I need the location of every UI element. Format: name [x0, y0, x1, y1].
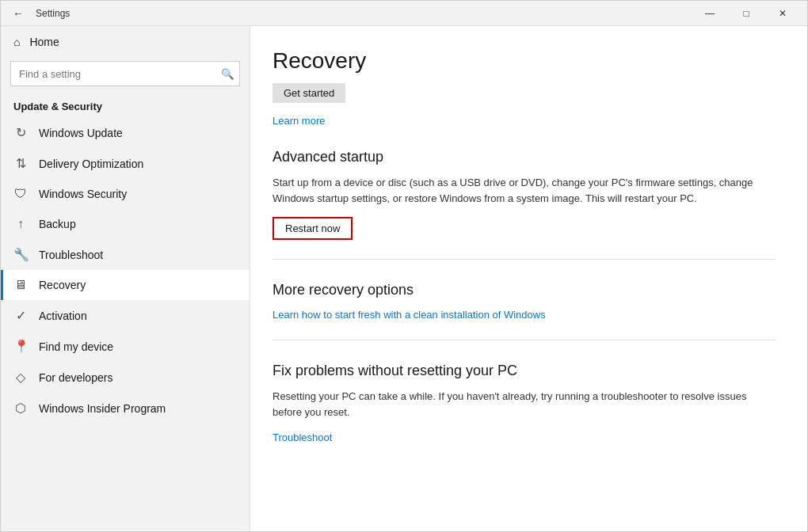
sidebar-item-windows-security[interactable]: 🛡 Windows Security	[1, 179, 250, 209]
sidebar-item-troubleshoot[interactable]: 🔧 Troubleshoot	[1, 239, 250, 270]
sidebar-item-windows-update[interactable]: ↻ Windows Update	[1, 117, 250, 148]
windows-update-icon: ↻	[13, 125, 28, 140]
sidebar-item-home[interactable]: ⌂ Home	[1, 26, 250, 58]
back-button[interactable]: ←	[7, 2, 29, 25]
home-icon: ⌂	[13, 36, 20, 48]
clean-install-link[interactable]: Learn how to start fresh with a clean in…	[273, 309, 546, 321]
sidebar-label-recovery: Recovery	[39, 279, 86, 291]
activation-icon: ✓	[13, 308, 28, 323]
more-recovery-title: More recovery options	[273, 282, 776, 298]
find-device-icon: 📍	[13, 339, 28, 354]
sidebar-label-insider: Windows Insider Program	[39, 402, 166, 415]
sidebar-item-find-my-device[interactable]: 📍 Find my device	[1, 331, 250, 362]
window-title: Settings	[36, 8, 70, 19]
search-container: 🔍	[10, 61, 240, 86]
back-icon: ←	[13, 7, 24, 20]
developers-icon: ◇	[13, 370, 28, 385]
fix-problems-title: Fix problems without resetting your PC	[273, 363, 776, 379]
sidebar-item-windows-insider[interactable]: ⬡ Windows Insider Program	[1, 393, 250, 424]
backup-icon: ↑	[13, 217, 28, 231]
sidebar-label-delivery: Delivery Optimization	[39, 158, 143, 170]
window-controls: — □ ✕	[692, 1, 801, 26]
divider-1	[273, 259, 776, 260]
maximize-button[interactable]: □	[728, 1, 764, 26]
sidebar-label-windows-update: Windows Update	[39, 127, 123, 139]
advanced-startup-title: Advanced startup	[273, 149, 776, 165]
settings-window: ← Settings — □ ✕ ⌂ Home 🔍 Update & Secur…	[0, 0, 808, 532]
sidebar-label-find-device: Find my device	[39, 340, 113, 353]
close-button[interactable]: ✕	[764, 1, 801, 26]
troubleshoot-link[interactable]: Troubleshoot	[273, 431, 332, 443]
security-icon: 🛡	[13, 187, 28, 201]
sidebar-label-activation: Activation	[39, 310, 87, 322]
learn-more-link[interactable]: Learn more	[273, 115, 325, 127]
sidebar-label-troubleshoot: Troubleshoot	[39, 249, 103, 261]
sidebar-item-delivery-optimization[interactable]: ⇅ Delivery Optimization	[1, 148, 250, 179]
sidebar-label-backup: Backup	[39, 218, 76, 230]
insider-icon: ⬡	[13, 401, 28, 416]
search-icon: 🔍	[221, 68, 234, 80]
search-input[interactable]	[10, 61, 240, 86]
fix-problems-desc: Resetting your PC can take a while. If y…	[273, 389, 776, 420]
advanced-startup-desc: Start up from a device or disc (such as …	[273, 175, 776, 206]
recovery-icon: 🖥	[13, 278, 28, 292]
titlebar: ← Settings — □ ✕	[1, 1, 807, 26]
search-button[interactable]: 🔍	[215, 61, 240, 86]
sidebar-item-activation[interactable]: ✓ Activation	[1, 300, 250, 331]
page-title: Recovery	[273, 48, 776, 74]
sidebar-item-recovery[interactable]: 🖥 Recovery	[1, 270, 250, 300]
sidebar-item-for-developers[interactable]: ◇ For developers	[1, 362, 250, 393]
restart-now-button[interactable]: Restart now	[273, 217, 353, 240]
get-started-button[interactable]: Get started	[273, 83, 345, 103]
content-area: ⌂ Home 🔍 Update & Security ↻ Windows Upd…	[1, 26, 807, 531]
divider-2	[273, 340, 776, 340]
sidebar-item-backup[interactable]: ↑ Backup	[1, 209, 250, 239]
troubleshoot-icon: 🔧	[13, 247, 28, 262]
sidebar-label-security: Windows Security	[39, 188, 127, 200]
home-label: Home	[29, 36, 59, 48]
main-content: Recovery Get started Learn more Advanced…	[250, 26, 807, 531]
sidebar-label-developers: For developers	[39, 371, 112, 384]
sidebar: ⌂ Home 🔍 Update & Security ↻ Windows Upd…	[1, 26, 250, 531]
delivery-icon: ⇅	[13, 156, 28, 171]
sidebar-section-label: Update & Security	[1, 93, 250, 117]
minimize-button[interactable]: —	[692, 1, 728, 26]
